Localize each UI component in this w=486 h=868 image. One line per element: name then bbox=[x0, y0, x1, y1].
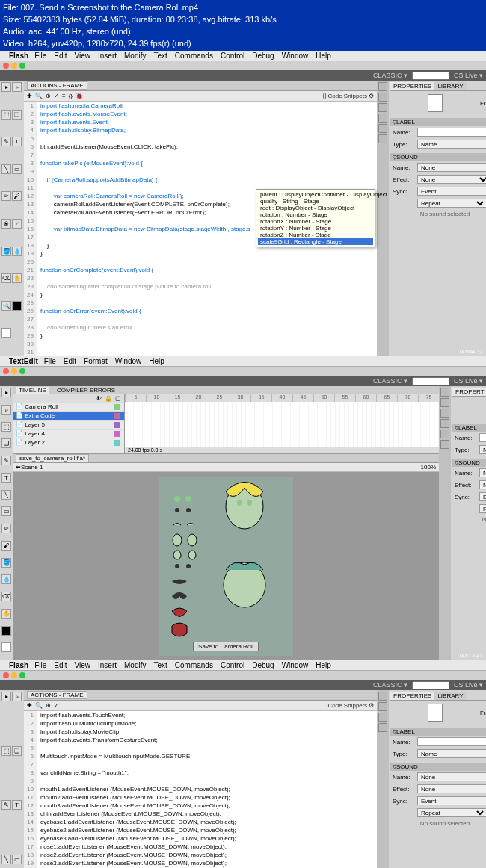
menu-commands[interactable]: Commands bbox=[175, 661, 213, 669]
sound-section-header[interactable]: SOUND bbox=[390, 153, 486, 161]
dock-icon[interactable] bbox=[440, 409, 449, 418]
find-icon[interactable]: 🔍 bbox=[35, 93, 43, 99]
free-transform-tool[interactable]: ⬚ bbox=[1, 110, 11, 120]
search-input[interactable] bbox=[412, 377, 449, 385]
gear-icon[interactable]: ⚙ bbox=[369, 93, 374, 99]
layer-row[interactable]: 📄 Layer 5 bbox=[13, 421, 124, 430]
code-hint-item[interactable]: quality : String - Stage bbox=[258, 198, 373, 205]
rectangle-tool[interactable]: ▭ bbox=[1, 506, 11, 516]
target-icon[interactable]: ⊕ bbox=[46, 702, 51, 709]
library-tab[interactable]: LIBRARY bbox=[434, 692, 466, 700]
close-button[interactable] bbox=[3, 672, 9, 678]
frame-name-input[interactable] bbox=[417, 128, 486, 137]
minimize-button[interactable] bbox=[11, 672, 17, 678]
fill-swatch[interactable] bbox=[1, 328, 11, 338]
layer-row[interactable]: 📄 Layer 2 bbox=[13, 438, 124, 447]
rectangle-tool[interactable]: ▭ bbox=[12, 855, 22, 864]
menu-flash[interactable]: Flash bbox=[9, 661, 28, 669]
code-hint-item[interactable]: root : DisplayObject - DisplayObject bbox=[258, 205, 373, 211]
text-tool[interactable]: T bbox=[12, 137, 22, 146]
sync-select[interactable]: Event bbox=[417, 796, 486, 805]
eyedropper-tool[interactable]: 💧 bbox=[12, 247, 22, 256]
dock-icon[interactable] bbox=[378, 103, 387, 112]
workspace-mode[interactable]: CLASSIC ▾ bbox=[373, 72, 407, 79]
sound-name-select[interactable]: None bbox=[417, 772, 486, 781]
code-hint-item[interactable]: parent : DisplayObjectContainer - Displa… bbox=[258, 191, 373, 198]
menu-file[interactable]: File bbox=[44, 357, 56, 365]
scene-name[interactable]: Scene 1 bbox=[21, 464, 43, 471]
save-to-camera-roll-button[interactable]: Save to Camera Roll bbox=[193, 642, 259, 651]
compiler-errors-tab[interactable]: COMPILER ERRORS bbox=[54, 387, 118, 394]
zoom-button[interactable] bbox=[19, 63, 25, 69]
lock-icon[interactable]: 🔒 bbox=[105, 395, 112, 402]
code-text[interactable]: import flash.events.TouchEvent; import f… bbox=[37, 711, 239, 868]
code-hint-item[interactable]: rotationX : Number - Stage bbox=[258, 218, 373, 225]
menu-help[interactable]: Help bbox=[149, 357, 164, 365]
layer-row[interactable]: 📄 Layer 4 bbox=[13, 430, 124, 438]
stroke-swatch[interactable] bbox=[12, 301, 22, 311]
layer-row[interactable]: 📄 Camera Roll bbox=[13, 403, 124, 412]
menu-window[interactable]: Window bbox=[115, 357, 142, 365]
line-tool[interactable]: ╲ bbox=[1, 164, 11, 174]
dock-icon[interactable] bbox=[440, 398, 449, 407]
rectangle-tool[interactable]: ▭ bbox=[12, 164, 22, 174]
sound-section-header[interactable]: SOUND bbox=[452, 459, 486, 467]
text-tool[interactable]: T bbox=[1, 473, 11, 483]
subselection-tool[interactable]: ▹ bbox=[1, 405, 11, 415]
pencil-tool[interactable]: ✏ bbox=[1, 524, 11, 533]
search-input[interactable] bbox=[412, 681, 449, 689]
menu-file[interactable]: File bbox=[34, 661, 46, 669]
menu-flash[interactable]: Flash bbox=[9, 52, 28, 60]
menu-insert[interactable]: Insert bbox=[98, 661, 117, 669]
code-hint-item[interactable]: rotationZ : Number - Stage bbox=[258, 232, 373, 238]
menu-control[interactable]: Control bbox=[221, 52, 244, 60]
menu-debug[interactable]: Debug bbox=[252, 52, 274, 60]
menu-help[interactable]: Help bbox=[316, 661, 331, 669]
repeat-select[interactable]: Repeat bbox=[417, 199, 486, 208]
brush-tool[interactable]: 🖌 bbox=[1, 541, 11, 551]
actions-frame-tab[interactable]: ACTIONS - FRAME bbox=[27, 691, 87, 699]
properties-tab[interactable]: PROPERTIES bbox=[452, 388, 486, 396]
pen-tool[interactable]: ✎ bbox=[1, 456, 11, 465]
stage-area[interactable]: Save to Camera Roll bbox=[13, 472, 439, 660]
menu-modify[interactable]: Modify bbox=[124, 661, 146, 669]
lasso-tool[interactable]: ❏ bbox=[1, 438, 11, 448]
hand-tool[interactable]: ✋ bbox=[12, 273, 22, 283]
menu-edit[interactable]: Edit bbox=[54, 52, 67, 60]
workspace-mode[interactable]: CLASSIC ▾ bbox=[373, 681, 407, 689]
dock-icon[interactable] bbox=[378, 93, 387, 102]
sync-select[interactable]: Event bbox=[479, 492, 486, 501]
cslive-button[interactable]: CS Live ▾ bbox=[454, 681, 483, 689]
line-tool[interactable]: ╲ bbox=[1, 490, 11, 500]
canvas[interactable]: Save to Camera Roll bbox=[159, 477, 293, 656]
dock-icon[interactable] bbox=[378, 713, 387, 722]
menu-format[interactable]: Format bbox=[84, 357, 108, 365]
layer-row[interactable]: 📄 Extra Code bbox=[13, 412, 124, 421]
scene-back-icon[interactable]: ⬅ bbox=[16, 464, 21, 471]
dock-icon[interactable] bbox=[378, 134, 387, 143]
frame-cells[interactable] bbox=[125, 402, 439, 447]
paint-bucket-tool[interactable]: 🪣 bbox=[1, 247, 11, 256]
menu-help[interactable]: Help bbox=[316, 52, 331, 60]
sound-section-header[interactable]: SOUND bbox=[390, 763, 486, 771]
frames-column[interactable]: 51015202530354045505560657075 24.00 fps … bbox=[125, 394, 439, 453]
debug-icon[interactable]: 🐞 bbox=[76, 93, 83, 99]
show-hint-icon[interactable]: {} bbox=[69, 93, 73, 99]
effect-select[interactable]: None bbox=[417, 175, 486, 184]
check-syntax-icon[interactable]: ✓ bbox=[54, 702, 59, 709]
cslive-button[interactable]: CS Live ▾ bbox=[454, 72, 483, 79]
lasso-tool[interactable]: ❏ bbox=[12, 746, 22, 756]
subselection-tool[interactable]: ▹ bbox=[12, 82, 22, 92]
close-button[interactable] bbox=[3, 63, 9, 69]
menu-insert[interactable]: Insert bbox=[98, 52, 117, 60]
fill-swatch[interactable] bbox=[1, 642, 11, 652]
frame-name-input[interactable] bbox=[479, 433, 486, 442]
frame-type-select[interactable]: Name bbox=[417, 140, 486, 149]
selection-tool[interactable]: ▸ bbox=[1, 82, 11, 92]
code-hint-item[interactable]: scale9Grid : Rectangle - Stage bbox=[258, 238, 373, 245]
code-snippets-button[interactable]: Code Snippets⚙ bbox=[328, 702, 374, 709]
menu-window[interactable]: Window bbox=[282, 52, 309, 60]
selection-tool[interactable]: ▸ bbox=[1, 388, 11, 397]
bone-tool[interactable]: ⟋ bbox=[12, 219, 22, 229]
subselection-tool[interactable]: ▹ bbox=[12, 692, 22, 701]
